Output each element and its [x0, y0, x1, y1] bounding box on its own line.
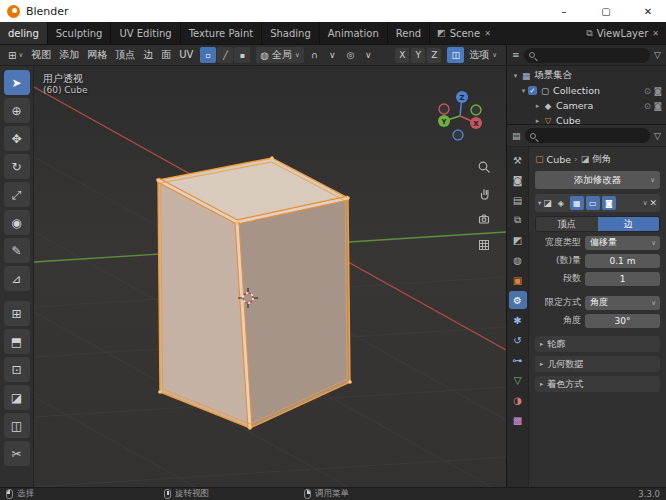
bevel-modifier-header[interactable]: ▾ ◪ ◈ ▦ ▭ ◙ ∨ ✕ [535, 194, 660, 212]
outliner-item-label[interactable]: 场景集合 [534, 69, 662, 82]
outliner-row-collection[interactable]: ▾ ✓ ▢ Collection ⊙ ◙ [507, 83, 666, 98]
transform-orientation-dropdown[interactable]: ◍ 全局 ∨ [256, 47, 304, 63]
outliner-editor-icon[interactable]: ≡ [512, 50, 520, 60]
properties-tab-world[interactable]: ◍ [509, 251, 527, 269]
menu-vertex[interactable]: 顶点 [111, 45, 139, 65]
add-modifier-button[interactable]: 添加修改器 ∨ [535, 171, 660, 189]
amount-number-field[interactable]: 0.1 m [585, 254, 660, 268]
edge-select-button[interactable]: ╱ [217, 47, 233, 63]
xray-toggle-button[interactable]: ◫ [447, 47, 464, 63]
outliner-item-label[interactable]: Collection [553, 85, 644, 96]
tool-annotate-button[interactable]: ✎ [4, 238, 30, 263]
modifier-show-render-toggle[interactable]: ◙ [602, 196, 616, 210]
tool-move-button[interactable]: ✥ [4, 126, 30, 151]
outliner-item-label[interactable]: Cube [556, 115, 662, 124]
outliner-item-label[interactable]: Camera [556, 100, 644, 111]
properties-tab-object-data[interactable]: ▽ [509, 371, 527, 389]
snap-dropdown[interactable]: ∨ [325, 47, 340, 63]
properties-tab-view-layer[interactable]: ⧉ [509, 211, 527, 229]
properties-tab-tool[interactable]: ⚒ [509, 151, 527, 169]
tool-knife-button[interactable]: ✂ [4, 441, 30, 466]
snap-magnet-toggle[interactable]: ∩ [307, 47, 322, 63]
camera-view-button[interactable] [475, 210, 493, 228]
scene-selector[interactable]: ◩ Scene ✕ [430, 22, 498, 44]
tool-rotate-button[interactable]: ↻ [4, 154, 30, 179]
disclosure-open-icon[interactable]: ▾ [519, 87, 528, 95]
disable-render-camera-icon[interactable]: ◙ [654, 101, 662, 111]
breadcrumb-modifier[interactable]: 倒角 [592, 153, 611, 166]
menu-mesh[interactable]: 网格 [83, 45, 111, 65]
properties-tab-object[interactable]: ▣ [509, 271, 527, 289]
proportional-falloff-dropdown[interactable]: ∨ [361, 47, 376, 63]
proportional-editing-toggle[interactable]: ◎ [343, 47, 358, 63]
gizmo-minus-z-ball[interactable] [453, 130, 463, 140]
bevel-vertices-tab[interactable]: 顶点 [536, 217, 598, 231]
editor-type-button[interactable]: ⊞ ∨ [4, 47, 27, 63]
3d-viewport[interactable]: 用户透视 (60) Cube Z X Y [34, 66, 506, 487]
disclosure-open-icon[interactable]: ▾ [511, 72, 520, 80]
minimize-button[interactable]: – [546, 0, 582, 22]
breadcrumb-object[interactable]: Cube [547, 154, 572, 165]
tool-scale-button[interactable]: ⤢ [4, 182, 30, 207]
face-select-button[interactable]: ▪ [234, 47, 250, 63]
outliner-filter-icon[interactable]: ▽ [654, 50, 661, 60]
tool-transform-button[interactable]: ◉ [4, 210, 30, 235]
tool-measure-button[interactable]: ⊿ [4, 266, 30, 291]
properties-tab-physics[interactable]: ↺ [509, 331, 527, 349]
zoom-button[interactable] [475, 158, 493, 176]
tool-cursor-button[interactable]: ⊕ [4, 98, 30, 123]
menu-view[interactable]: 视图 [27, 45, 55, 65]
tool-select-box-button[interactable]: ➤ [4, 70, 30, 95]
outliner-row-camera[interactable]: ▸ ◆ Camera ⊙ ◙ [507, 98, 666, 113]
properties-filter-icon[interactable]: ▽ [654, 131, 661, 141]
modifier-extras-dropdown[interactable]: ∨ [643, 199, 648, 207]
tool-extrude-button[interactable]: ⬒ [4, 329, 30, 354]
disclosure-closed-icon[interactable]: ▸ [533, 117, 542, 125]
disclosure-closed-icon[interactable]: ▸ [533, 102, 542, 110]
properties-tab-constraints[interactable]: ⊶ [509, 351, 527, 369]
workspace-tab-sculpting[interactable]: Sculpting [48, 22, 112, 44]
modifier-on-cage-toggle[interactable]: ◈ [554, 196, 568, 210]
modifier-show-viewport-toggle[interactable]: ▭ [586, 196, 600, 210]
view-layer-selector[interactable]: ⧉ ViewLayer ✕ [579, 22, 666, 44]
tool-bevel-button[interactable]: ◪ [4, 385, 30, 410]
menu-uv[interactable]: UV [175, 45, 197, 65]
outliner-row-cube[interactable]: ▸ ▽ Cube [507, 113, 666, 124]
outliner-row-scene-collection[interactable]: ▾ ▦ 场景集合 [507, 68, 666, 83]
modifier-delete-icon[interactable]: ✕ [649, 198, 657, 208]
gizmo-minus-x-ball[interactable] [439, 104, 449, 114]
angle-number-field[interactable]: 30° [585, 314, 660, 328]
section-shading[interactable]: ▸ 着色方式 [535, 376, 660, 392]
properties-tab-material[interactable]: ◑ [509, 391, 527, 409]
limit-method-dropdown[interactable]: 角度 ∨ [585, 296, 660, 310]
disable-render-camera-icon[interactable]: ◙ [654, 86, 662, 96]
mirror-x-toggle[interactable]: X [395, 48, 409, 63]
hide-viewport-eye-icon[interactable]: ⊙ [644, 101, 651, 111]
collection-checkbox[interactable]: ✓ [528, 86, 537, 95]
gizmo-minus-y-ball[interactable] [471, 105, 481, 115]
cube-object[interactable] [156, 156, 352, 430]
segments-number-field[interactable]: 1 [585, 272, 660, 286]
scene-clear-icon[interactable]: ✕ [484, 29, 491, 38]
properties-tab-scene[interactable]: ◩ [509, 231, 527, 249]
workspace-tab-uv-editing[interactable]: UV Editing [111, 22, 180, 44]
tool-loop-cut-button[interactable]: ◫ [4, 413, 30, 438]
mirror-z-toggle[interactable]: Z [427, 48, 441, 63]
workspace-tab-animation[interactable]: Animation [320, 22, 388, 44]
close-button[interactable]: ✕ [630, 0, 666, 22]
workspace-tab-shading[interactable]: Shading [262, 22, 320, 44]
options-dropdown[interactable]: 选项 ∨ [464, 48, 502, 62]
properties-editor-icon[interactable]: ▤ [512, 131, 521, 141]
properties-tab-output[interactable]: ▤ [509, 191, 527, 209]
width-type-dropdown[interactable]: 偏移量 ∨ [585, 236, 660, 250]
modifier-edit-mode-toggle[interactable]: ▦ [570, 196, 584, 210]
navigation-gizmo[interactable]: Z X Y [432, 86, 488, 142]
properties-tab-modifiers-wrench-icon[interactable]: ⚙ [509, 291, 527, 309]
view-layer-clear-icon[interactable]: ✕ [652, 29, 659, 38]
bevel-edges-tab[interactable]: 边 [598, 217, 660, 231]
workspace-tab-texture-paint[interactable]: Texture Paint [181, 22, 263, 44]
properties-tab-render[interactable]: ◙ [509, 171, 527, 189]
mirror-y-toggle[interactable]: Y [411, 48, 425, 63]
menu-add[interactable]: 添加 [55, 45, 83, 65]
section-geometry[interactable]: ▸ 几何数据 [535, 356, 660, 372]
